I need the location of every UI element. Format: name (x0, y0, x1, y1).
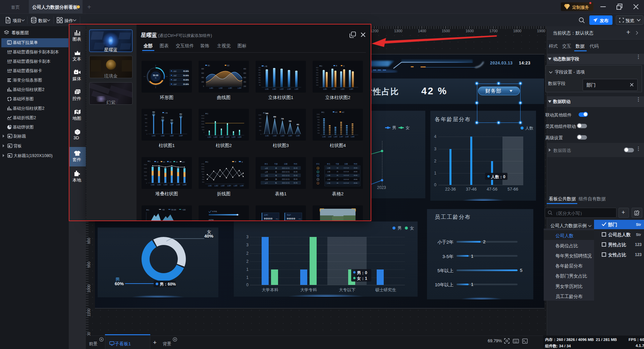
svg-text:男: 男 (336, 65, 337, 67)
svg-text:09:45: 09:45 (354, 179, 358, 180)
svg-text:45: 45 (275, 175, 277, 177)
svg-text:姓名: 姓名 (265, 163, 268, 165)
svg-text:1500: 1500 (144, 171, 147, 173)
svg-text:3000: 3000 (201, 115, 205, 116)
svg-text:90000: 90000 (264, 217, 273, 220)
svg-text:1500: 1500 (201, 166, 205, 167)
svg-text:990: 990 (266, 113, 268, 114)
svg-text:450: 450 (317, 127, 320, 129)
svg-text:小明: 小明 (327, 182, 330, 184)
svg-text:值2: 值2 (341, 111, 344, 113)
svg-text:男: 男 (235, 161, 236, 163)
svg-text:人数3: 人数3 (173, 79, 177, 81)
svg-text:单位: 单位 (276, 218, 278, 220)
svg-text:09:45: 09:45 (354, 174, 358, 176)
svg-text:分类3: 分类3 (170, 135, 174, 137)
svg-text:401: 401 (297, 124, 299, 126)
svg-text:500: 500 (202, 129, 204, 131)
svg-text:小明: 小明 (327, 179, 330, 180)
svg-text:2023.10.01: 2023.10.01 (282, 179, 290, 180)
svg-text:分类5: 分类5 (345, 136, 349, 138)
svg-text:280: 280 (258, 79, 261, 81)
svg-text:分类6: 分类6 (182, 184, 186, 186)
svg-text:分类2: 分类2 (328, 136, 332, 138)
svg-text:小林: 小林 (265, 179, 268, 180)
svg-text:单位: 单位 (319, 65, 323, 67)
svg-text:600: 600 (317, 124, 320, 126)
svg-text:小伟: 小伟 (265, 171, 268, 173)
svg-text:分类3: 分类3 (219, 136, 223, 138)
svg-text:分类2: 分类2 (214, 185, 218, 187)
svg-text:780: 780 (258, 67, 261, 68)
svg-text:2023.10.01: 2023.10.01 (282, 167, 290, 169)
svg-text:分类5: 分类5 (176, 184, 180, 186)
svg-text:80: 80 (259, 84, 261, 86)
svg-text:分类4: 分类4 (339, 136, 343, 138)
svg-text:31: 31 (275, 171, 277, 173)
svg-text:人数: 人数 (264, 65, 268, 67)
svg-text:09:45: 09:45 (354, 182, 358, 184)
svg-text:600: 600 (201, 72, 204, 74)
svg-text:外环线: 外环线 (212, 210, 217, 212)
svg-text:09:45: 09:45 (293, 182, 298, 184)
svg-text:25: 25 (337, 171, 338, 172)
svg-text:2500: 2500 (201, 117, 205, 119)
svg-text:500: 500 (202, 179, 204, 180)
svg-text:500: 500 (244, 77, 246, 79)
svg-text:小明: 小明 (327, 167, 330, 169)
svg-text:1100: 1100 (201, 171, 204, 172)
svg-text:200: 200 (201, 81, 204, 83)
svg-text:100: 100 (316, 84, 318, 86)
svg-text:900: 900 (202, 173, 204, 175)
svg-text:81: 81 (275, 182, 277, 184)
svg-text:24: 24 (337, 167, 338, 169)
svg-text:45.00%: 45.00% (183, 70, 189, 72)
svg-text:300: 300 (317, 130, 320, 131)
svg-text:1300: 1300 (201, 168, 205, 170)
svg-text:09:45: 09:45 (293, 167, 298, 169)
svg-text:小工: 小工 (265, 182, 268, 184)
svg-text:400: 400 (201, 77, 204, 79)
svg-text:710: 710 (281, 118, 284, 120)
svg-text:分类3: 分类3 (280, 135, 284, 137)
svg-text:系1: 系1 (208, 64, 210, 67)
svg-text:25.00%: 25.00% (183, 83, 189, 85)
svg-text:分类1: 分类1 (209, 87, 213, 89)
svg-text:值4: 值4 (176, 161, 178, 163)
svg-text:人数: 人数 (165, 112, 168, 114)
svg-text:3: 3 (318, 175, 319, 177)
svg-text:1000: 1000 (201, 126, 205, 128)
svg-text:90000: 90000 (287, 217, 296, 220)
svg-text:分类1: 分类1 (208, 185, 212, 187)
svg-text:>100: >100 (182, 209, 186, 211)
svg-text:26: 26 (275, 167, 277, 169)
svg-text:800: 800 (259, 118, 261, 119)
svg-text:分类6: 分类6 (351, 136, 355, 138)
svg-text:09:45: 09:45 (293, 179, 298, 180)
svg-text:1050: 1050 (317, 116, 320, 118)
svg-text:2023.08: 2023.08 (343, 179, 349, 180)
svg-text:0: 0 (261, 133, 262, 135)
svg-text:200: 200 (316, 82, 318, 83)
svg-text:分类3: 分类3 (280, 88, 284, 90)
svg-text:50.00%: 50.00% (183, 74, 189, 77)
svg-text:分类1: 分类1 (323, 88, 327, 90)
svg-text:0: 0 (146, 182, 147, 184)
svg-text:分类3: 分类3 (228, 87, 232, 89)
svg-text:0: 0 (147, 133, 148, 135)
svg-text:50.00: 50.00 (153, 74, 159, 77)
svg-text:分类5: 分类5 (294, 88, 299, 90)
svg-text:900: 900 (317, 119, 320, 120)
svg-text:值3: 值3 (169, 161, 172, 163)
svg-text:分类4: 分类4 (237, 87, 241, 89)
svg-text:单位: 单位 (321, 111, 325, 113)
svg-text:09:45: 09:45 (354, 167, 358, 169)
svg-text:排名: 排名 (316, 163, 320, 165)
svg-text:800: 800 (201, 68, 204, 70)
svg-text:分类6: 分类6 (237, 136, 241, 138)
svg-text:650: 650 (244, 72, 246, 74)
svg-text:500: 500 (145, 179, 147, 180)
svg-text:日期: 日期 (344, 163, 348, 165)
svg-text:时间: 时间 (294, 163, 297, 165)
svg-text:分类4: 分类4 (170, 184, 174, 186)
